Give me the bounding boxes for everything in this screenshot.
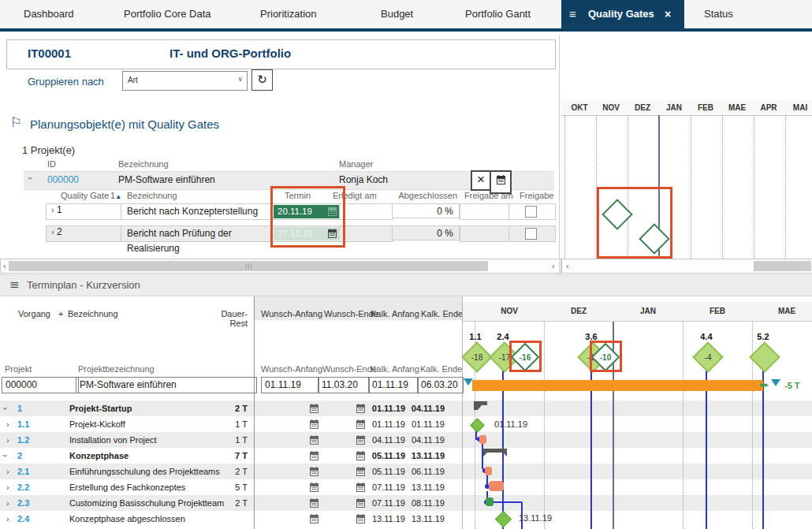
expand-icon[interactable]: › [6, 495, 9, 511]
col-header-kalk-ende[interactable]: Kalk. Ende [421, 309, 463, 319]
col-header-vorgang[interactable]: Vorgang [18, 309, 50, 319]
collapse-icon[interactable]: › [26, 177, 35, 180]
col-header-wunsch-anfang[interactable]: Wunsch-Anfang [261, 309, 322, 319]
summary-flag-bar[interactable] [474, 401, 487, 411]
calendar-icon[interactable] [356, 404, 365, 413]
tab-quality-gates[interactable]: ≡ Quality Gates × [561, 0, 684, 28]
scroll-left-icon[interactable]: ‹ [3, 259, 6, 273]
task-milestone-diamond[interactable] [495, 511, 512, 527]
gate-row[interactable]: › 2 [46, 225, 122, 242]
scrollbar-grip[interactable]: ||| [245, 262, 252, 269]
kalk-ende-field[interactable]: 06.03.20 [417, 377, 464, 393]
tab-dashboard[interactable]: Dashboard [24, 0, 74, 28]
calendar-icon[interactable] [310, 404, 318, 413]
gate-erledigt-cell[interactable] [339, 203, 393, 220]
group-by-select[interactable]: Art ∨ [122, 71, 248, 91]
calendar-icon[interactable] [356, 514, 365, 523]
calendar-icon[interactable] [356, 482, 365, 492]
project-summary-bar[interactable] [472, 380, 763, 391]
scroll-left-icon[interactable]: ‹ [566, 259, 569, 273]
expand-icon[interactable]: › [6, 511, 9, 527]
right-pane-hscrollbar[interactable]: ‹ [561, 259, 812, 274]
milestone-diamond[interactable] [749, 341, 780, 373]
task-number[interactable]: 2 [17, 448, 22, 464]
task-name[interactable]: Projekt-Startup [69, 400, 132, 416]
col-header-dauer-rest[interactable]: Dauer-Rest [205, 309, 248, 328]
task-name[interactable]: Erstellung des Fachkonzeptes [69, 479, 185, 495]
tab-budget[interactable]: Budget [381, 0, 413, 28]
task-number[interactable]: 2.4 [17, 511, 29, 527]
sort-indicator[interactable]: 1▲ [110, 191, 121, 200]
task-bar[interactable] [489, 481, 504, 491]
task-name[interactable]: Installation von Project [69, 432, 157, 448]
refresh-button[interactable]: ↻ [251, 69, 273, 91]
left-pane-hscrollbar[interactable]: ‹ ||| › [0, 259, 561, 274]
col-header-freigabe-am[interactable]: Freigabe am [464, 191, 513, 200]
calendar-icon[interactable] [310, 498, 318, 508]
col-header-bezeichnung[interactable]: Bezeichnung [68, 309, 118, 319]
project-id-link[interactable]: 000000 [47, 174, 79, 185]
task-number[interactable]: 1.2 [17, 432, 29, 448]
tab-portfolio-gantt[interactable]: Portfolio Gantt [465, 0, 531, 28]
col-header-quality-gate[interactable]: Quality Gate [61, 191, 109, 200]
project-name-field[interactable]: PM-Software einführen [76, 377, 257, 393]
task-number[interactable]: 1.1 [17, 416, 29, 432]
hamburger-icon[interactable]: ≡ [9, 278, 20, 292]
expand-all-icon[interactable]: + [58, 309, 63, 319]
task-bar[interactable] [485, 467, 492, 475]
delete-button[interactable]: × [471, 170, 491, 191]
calendar-icon[interactable] [310, 514, 318, 523]
gantt-splitter[interactable] [462, 296, 463, 529]
collapse-icon[interactable]: › [0, 407, 13, 410]
expand-icon[interactable]: › [6, 464, 9, 479]
task-name[interactable]: Konzeptphase [69, 448, 129, 464]
wunsch-anfang-field[interactable]: 01.11.19 [261, 377, 319, 393]
gate-name-cell[interactable]: Bericht nach Prüfung der Realisierung [121, 225, 279, 242]
scrollbar-thumb[interactable] [754, 261, 811, 271]
col-header-kalk-anfang[interactable]: Kalk. Anfang [371, 309, 419, 319]
kalk-anfang-field[interactable]: 01.11.19 [368, 377, 419, 393]
column-splitter[interactable] [254, 296, 255, 529]
task-name[interactable]: Einführungsschulung des Projektteams [69, 464, 220, 479]
gate-freigabe-am-cell[interactable] [460, 225, 510, 242]
tab-prioritization[interactable]: Prioritization [260, 0, 317, 28]
calendar-icon[interactable] [310, 482, 318, 492]
summary-bracket-bar[interactable] [483, 449, 507, 457]
gate-freigabe-am-cell[interactable] [460, 203, 510, 220]
calendar-icon[interactable] [356, 435, 365, 445]
expand-icon[interactable]: › [6, 479, 9, 495]
task-number[interactable]: 1 [17, 400, 22, 416]
calendar-icon[interactable] [310, 435, 318, 445]
task-bar[interactable] [486, 497, 494, 506]
task-number[interactable]: 2.2 [17, 479, 29, 495]
collapse-icon[interactable]: › [0, 454, 13, 457]
gate-erledigt-cell[interactable] [339, 225, 393, 242]
gate-row[interactable]: › 1 [46, 203, 122, 220]
calendar-icon[interactable] [356, 451, 365, 460]
col-header-freigabe[interactable]: Freigabe [520, 191, 553, 200]
close-icon[interactable]: × [665, 0, 671, 28]
task-name[interactable]: Projekt-Kickoff [69, 416, 125, 432]
calendar-icon[interactable] [310, 467, 318, 476]
task-name[interactable]: Konzeptphase abgeschlossen [69, 511, 185, 527]
milestone-diamond[interactable]: -18 [461, 341, 493, 373]
calendar-icon[interactable] [356, 467, 365, 476]
freigabe-checkbox[interactable] [525, 206, 537, 218]
expand-icon[interactable]: › [6, 416, 9, 432]
tab-status[interactable]: Status [704, 0, 733, 28]
hamburger-icon[interactable]: ≡ [569, 0, 576, 28]
task-milestone-diamond[interactable] [470, 418, 484, 432]
calendar-icon[interactable] [356, 419, 365, 429]
scroll-right-icon[interactable]: › [552, 259, 555, 273]
gate-name-cell[interactable]: Bericht nach Konzepterstellung [121, 203, 279, 220]
expand-icon[interactable]: › [6, 432, 9, 448]
task-number[interactable]: 2.1 [17, 464, 29, 479]
col-header-gate-bezeichnung[interactable]: Bezeichnung [127, 191, 177, 200]
col-header-abgeschlossen[interactable]: Abgeschlossen [398, 191, 457, 200]
freigabe-checkbox[interactable] [525, 228, 537, 240]
task-number[interactable]: 2.3 [17, 495, 29, 511]
wunsch-ende-field[interactable]: 11.03.20 [318, 377, 370, 393]
calendar-icon[interactable] [310, 451, 318, 460]
tab-portfolio-core-data[interactable]: Portfolio Core Data [124, 0, 211, 28]
task-bar[interactable] [479, 435, 486, 444]
